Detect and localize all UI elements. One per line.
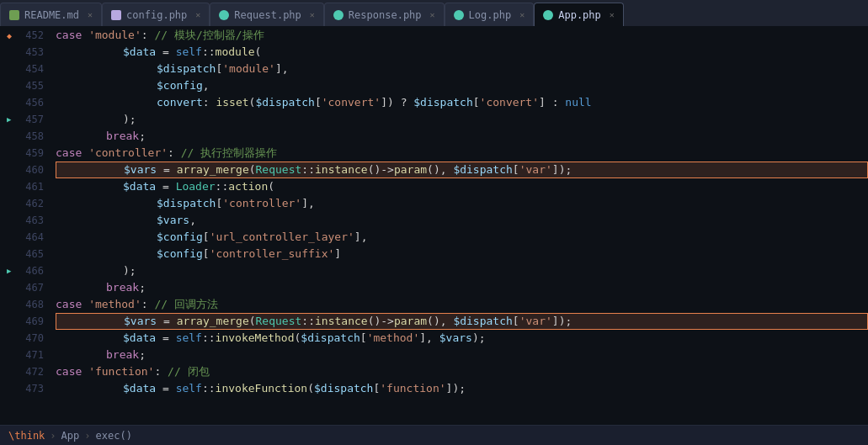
code-line-473: $data = self::invokeFunction($dispatch['… <box>56 380 868 397</box>
status-app: App <box>61 430 80 442</box>
gutter-465: 465 <box>0 246 52 262</box>
gutter-471: 471 <box>0 347 52 363</box>
code-line-454: $dispatch['module'], <box>56 61 868 77</box>
tab-label-request: Request.php <box>234 9 301 21</box>
code-line-467: break; <box>56 279 868 296</box>
tab-response[interactable]: Response.php ✕ <box>324 3 445 26</box>
code-line-465: $config['controller_suffix'] <box>56 246 868 262</box>
gutter-466: ▶466 <box>0 262 52 279</box>
code-line-466: ); <box>56 262 868 279</box>
gutter-464: 464 <box>0 229 52 246</box>
gutter-461: 461 <box>0 178 52 195</box>
code-line-463: $vars, <box>56 212 868 229</box>
gutter-458: 458 <box>0 128 52 145</box>
code-line-459: case 'controller': // 执行控制器操作 <box>56 145 868 162</box>
tab-readme[interactable]: README.md ✕ <box>0 3 102 26</box>
code-line-455: $config, <box>56 77 868 94</box>
arrow-icon-457: ▶ <box>7 115 11 124</box>
code-line-464: $config['url_controller_layer'], <box>56 229 868 246</box>
tab-close-request[interactable]: ✕ <box>310 10 315 19</box>
gutter-469: 469 <box>0 313 52 330</box>
breakpoint-icon-452: ◆ <box>7 31 12 40</box>
code-line-472: case 'function': // 闭包 <box>56 363 868 380</box>
code-line-469: $vars = array_merge(Request::instance()-… <box>56 313 868 330</box>
gutter-456: 456 <box>0 94 52 111</box>
code-line-452: case 'module': // 模块/控制器/操作 <box>56 27 868 44</box>
code-line-457: ); <box>56 111 868 128</box>
tab-log[interactable]: Log.php ✕ <box>445 3 535 26</box>
gutter-455: 455 <box>0 77 52 94</box>
tab-close-readme[interactable]: ✕ <box>88 10 93 19</box>
tab-label-response: Response.php <box>349 9 422 21</box>
gutter-472: 472 <box>0 363 52 380</box>
gutter-463: 463 <box>0 212 52 229</box>
tab-label-app: App.php <box>558 9 601 21</box>
tab-label-log: Log.php <box>469 9 512 21</box>
code-content[interactable]: case 'module': // 模块/控制器/操作 $data = self… <box>52 27 868 425</box>
code-line-456: convert: isset($dispatch['convert']) ? $… <box>56 94 868 111</box>
tab-config[interactable]: config.php ✕ <box>102 3 210 26</box>
gutter-453: 453 <box>0 44 52 61</box>
tab-close-log[interactable]: ✕ <box>519 10 525 19</box>
gutter-470: 470 <box>0 330 52 347</box>
code-line-458: break; <box>56 128 868 145</box>
tab-bar: README.md ✕ config.php ✕ Request.php ✕ R… <box>0 0 868 27</box>
editor: ◆452 453 454 455 456 ▶457 458 459 460 46… <box>0 27 868 425</box>
code-line-471: break; <box>56 347 868 363</box>
gutter-473: 473 <box>0 380 52 397</box>
status-think: \think <box>8 430 45 442</box>
tab-close-app[interactable]: ✕ <box>610 10 615 19</box>
tab-close-config[interactable]: ✕ <box>195 10 200 19</box>
tab-label-config: config.php <box>126 9 187 21</box>
line-numbers: ◆452 453 454 455 456 ▶457 458 459 460 46… <box>0 27 52 425</box>
gutter-454: 454 <box>0 61 52 77</box>
gutter-468: 468 <box>0 296 52 313</box>
status-sep1: › <box>50 430 56 442</box>
code-line-470: $data = self::invokeMethod($dispatch['me… <box>56 330 868 347</box>
gutter-457: ▶457 <box>0 111 52 128</box>
code-line-461: $data = Loader::action( <box>56 178 868 195</box>
status-exec: exec() <box>96 430 132 442</box>
code-line-462: $dispatch['controller'], <box>56 195 868 212</box>
tab-label-readme: README.md <box>24 9 79 21</box>
gutter-452: ◆452 <box>0 27 52 44</box>
gutter-467: 467 <box>0 279 52 296</box>
gutter-460: 460 <box>0 162 52 178</box>
code-line-453: $data = self::module( <box>56 44 868 61</box>
gutter-462: 462 <box>0 195 52 212</box>
tab-app[interactable]: App.php ✕ <box>534 3 624 26</box>
gutter-459: 459 <box>0 145 52 162</box>
tab-request[interactable]: Request.php ✕ <box>210 3 324 26</box>
tab-close-response[interactable]: ✕ <box>430 10 435 19</box>
arrow-icon-466: ▶ <box>7 267 11 275</box>
code-line-460: $vars = array_merge(Request::instance()-… <box>56 162 868 178</box>
status-bar: \think › App › exec() <box>0 425 868 445</box>
code-line-468: case 'method': // 回调方法 <box>56 296 868 313</box>
status-sep2: › <box>84 430 90 442</box>
